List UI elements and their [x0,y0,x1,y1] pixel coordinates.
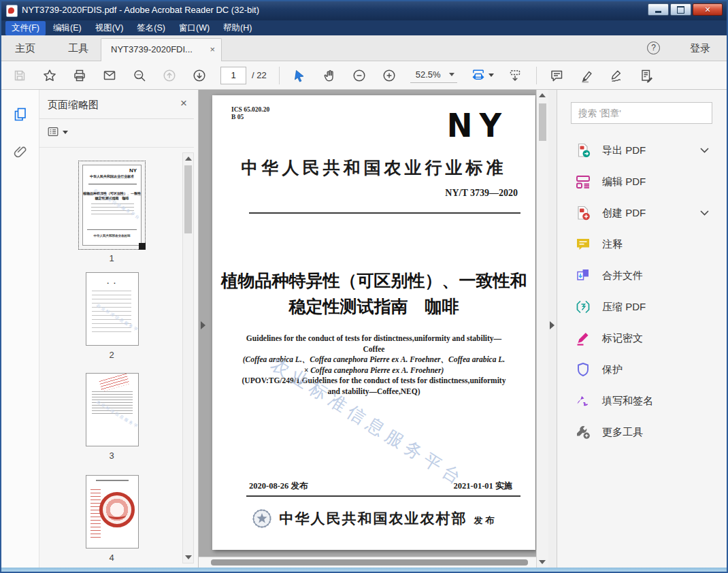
menu-help[interactable]: 帮助(H) [217,21,258,35]
save-button[interactable] [11,67,29,84]
collapse-panel-arrow[interactable] [201,321,205,329]
scroll-down-icon[interactable] [539,560,546,564]
menu-view[interactable]: 视图(V) [89,21,130,35]
menu-window[interactable]: 窗口(W) [173,21,216,35]
tools-search-input[interactable] [571,102,712,124]
menu-edit[interactable]: 编辑(E) [47,21,88,35]
scroll-mode-button[interactable] [506,67,524,84]
mini-red-stamp [99,374,130,392]
scroll-up-icon[interactable] [539,93,546,97]
thumbnail-page-3[interactable]: 农业标准信息服务平台 [86,373,139,446]
help-icon[interactable]: ? [647,42,660,54]
tool-comment[interactable]: 注释 [557,229,727,260]
issue-date: 2020-08-26 发布 [249,481,308,491]
thumbnail-options-button[interactable] [46,125,68,139]
tool-combine-files[interactable]: 合并文件 [557,260,727,291]
print-button[interactable] [71,67,88,84]
scrollbar-thumb[interactable] [211,559,528,566]
tool-create-pdf[interactable]: 创建 PDF [557,197,727,229]
window-controls: ✕ [648,3,723,16]
scroll-up-icon[interactable] [185,157,192,161]
restore-button[interactable] [670,3,691,16]
sign-tool-button[interactable] [608,67,625,84]
scroll-down-icon[interactable] [185,555,192,559]
restore-icon [677,6,684,14]
close-icon: ✕ [704,5,710,14]
tool-protect[interactable]: 保护 [557,354,727,385]
pdf-page: ICS 65.020.20 B 05 NY 中华人民共和国农业行业标准 NY/T… [212,95,535,550]
attachments-rail-button[interactable] [10,142,31,163]
window-title: NYT3739-2020FDIS.pdf - Adobe Acrobat Rea… [22,0,259,20]
tool-compress-pdf[interactable]: 压缩 PDF [557,291,727,323]
publisher-name: 中华人民共和国农业农村部 [280,509,467,528]
menu-sign[interactable]: 签名(S) [131,21,171,35]
comment-tool-button[interactable] [548,67,565,84]
scrollbar-thumb[interactable] [539,103,546,141]
chevron-down-icon[interactable] [700,210,709,216]
horizontal-rule [246,495,520,497]
next-page-button[interactable] [191,67,208,84]
fill-sign-icon [575,393,591,409]
thumbnail-scrollbar[interactable] [182,152,194,563]
tools-search [571,102,712,124]
tool-fill-sign[interactable]: 填写和签名 [557,385,727,416]
page-number-input[interactable] [220,67,246,84]
export-pdf-icon [575,142,591,159]
thumbnail-page-number: 4 [39,553,184,563]
selection-handle[interactable] [139,243,146,250]
hand-tool-button[interactable] [320,67,338,84]
tool-list: 导出 PDF 编辑 PDF 创建 PDF 注释 合并文件 压缩 PDF 标记密文 [557,135,727,448]
previous-page-button[interactable] [161,67,178,84]
horizontal-scrollbar[interactable] [199,557,536,568]
fill-sign-tool-button[interactable] [638,67,655,84]
thumbnail-page-number: 1 [39,253,184,263]
title-bar: NYT3739-2020FDIS.pdf - Adobe Acrobat Rea… [0,0,728,20]
vertical-scrollbar[interactable] [536,90,548,568]
tool-export-pdf[interactable]: 导出 PDF [557,135,727,166]
tab-tools[interactable]: 工具 [68,42,88,55]
toolbar-separator [536,67,537,84]
zoom-level-dropdown[interactable]: 52.5% [410,67,457,83]
horizontal-rule [249,212,520,214]
zoom-in-button[interactable] [380,67,398,84]
minimize-button[interactable] [648,3,669,16]
menu-bar: 文件(F) 编辑(E) 视图(V) 签名(S) 窗口(W) 帮助(H) [0,20,728,35]
comment-icon [575,236,591,252]
thumbnail-page-4[interactable] [86,475,139,549]
page-thumbnails-rail-button[interactable] [10,103,31,125]
protect-icon [575,361,591,378]
email-button[interactable] [101,67,118,84]
english-title-block: Guidelines for the conduct of tests for … [223,333,525,397]
menu-file[interactable]: 文件(F) [5,21,46,35]
tool-edit-pdf[interactable]: 编辑 PDF [557,166,727,197]
panel-close-icon[interactable]: × [180,97,187,110]
chevron-down-icon[interactable] [700,148,709,153]
thumbnail-page-number: 3 [39,451,184,461]
select-tool-button[interactable] [291,67,308,84]
pdf-file-icon [6,5,18,17]
mini-red-seal [99,492,135,527]
tool-more-tools[interactable]: 更多工具 [557,416,727,448]
fit-width-button[interactable] [471,67,494,84]
star-icon [42,68,57,83]
login-button[interactable]: 登录 [690,42,710,55]
tool-redact[interactable]: 标记密文 [557,323,727,354]
star-button[interactable] [41,67,59,84]
search-button[interactable] [131,67,148,84]
highlight-tool-button[interactable] [578,67,595,84]
zoom-out-button[interactable] [350,67,368,84]
publish-word: 发布 [474,514,497,527]
close-button[interactable]: ✕ [693,3,723,16]
thumbnail-page-1[interactable]: NY 中华人民共和国农业行业标准 植物品种特异性（可区别性）、一致性和 稳定性测… [78,161,146,250]
panel-title: 页面缩略图 [48,99,99,112]
collapse-tools-arrow[interactable] [550,321,555,329]
page-down-icon [192,68,207,83]
tab-home[interactable]: 主页 [15,42,35,55]
zoom-out-icon [352,68,367,83]
scrollbar-thumb[interactable] [184,165,192,233]
thumbnail-page-2[interactable]: ▪ ▪ 农业标准信息服务平台 [86,272,139,346]
tab-document[interactable]: NYT3739-2020FDI... × [101,38,222,61]
tab-close-icon[interactable]: × [210,44,215,54]
scroll-mode-icon [508,68,523,83]
fit-width-icon [471,67,486,83]
